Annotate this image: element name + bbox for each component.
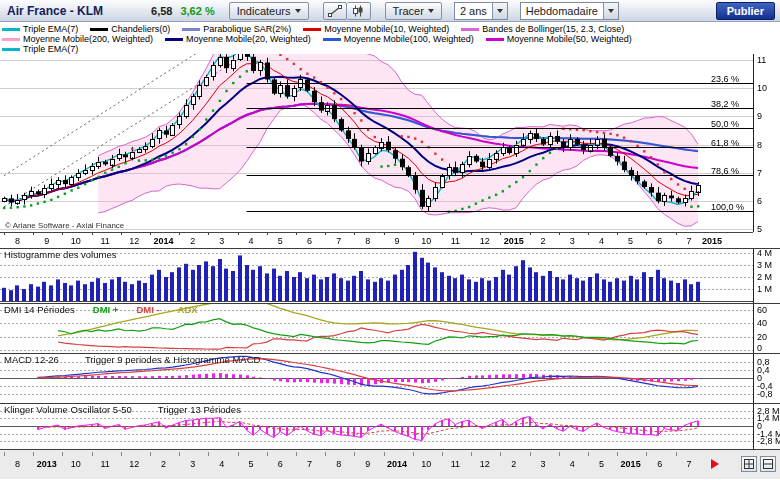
legend-item[interactable]: Moyenne Mobile(20, Weighted) bbox=[165, 34, 311, 44]
legend-color-swatch bbox=[182, 28, 200, 31]
macd-panel-title: MACD 12-26 bbox=[4, 354, 59, 366]
macd-panel-title-row: MACD 12-26 Trigger 9 periodes & Histogra… bbox=[4, 354, 260, 366]
legend-item-label: Bandes de Bollinger(15, 2.3, Close) bbox=[482, 24, 624, 34]
chart-tools-group bbox=[323, 2, 371, 20]
chevron-down-icon bbox=[497, 9, 503, 13]
chevron-down-icon bbox=[428, 9, 434, 13]
legend-item[interactable]: Bandes de Bollinger(15, 2.3, Close) bbox=[461, 24, 624, 34]
legend-color-swatch bbox=[486, 38, 504, 41]
legend-row: Moyenne Mobile(200, Weighted) Moyenne Mo… bbox=[2, 34, 780, 44]
klinger-panel-title: Klinger Volume Oscillator 5-50 bbox=[4, 404, 132, 416]
legend-item[interactable]: Moyenne Mobile(50, Weighted) bbox=[486, 34, 632, 44]
candlestick-icon bbox=[352, 5, 364, 17]
instrument-title: Air France - KLM bbox=[7, 4, 103, 18]
legend-color-swatch bbox=[2, 48, 20, 51]
layout-grid-button[interactable] bbox=[741, 456, 757, 472]
klinger-panel-title-row: Klinger Volume Oscillator 5-50 Trigger 1… bbox=[4, 404, 241, 416]
legend-color-swatch bbox=[2, 38, 20, 41]
legend-item[interactable]: Parabolique SAR(2%) bbox=[182, 24, 291, 34]
price-chart-canvas[interactable] bbox=[0, 54, 780, 248]
frequency-select-value: Hebdomadaire bbox=[521, 3, 603, 19]
legend-item-label: Moyenne Mobile(10, Weighted) bbox=[324, 24, 449, 34]
volume-panel-title: Histogramme des volumes bbox=[4, 249, 116, 261]
legend-item-label: Moyenne Mobile(50, Weighted) bbox=[507, 34, 632, 44]
legend-item-label: Triple EMA(7) bbox=[23, 44, 78, 54]
period-select[interactable]: 2 ans bbox=[454, 2, 508, 20]
time-axis-canvas[interactable] bbox=[0, 450, 780, 479]
dmi-panel-title-row: DMI 14 Périodes DMI + DMI - ADX bbox=[4, 304, 198, 316]
legend-color-swatch bbox=[165, 38, 183, 41]
legend-item-label: Chandeliers(0) bbox=[111, 24, 170, 34]
legend-item-label: Moyenne Mobile(200, Weighted) bbox=[23, 34, 153, 44]
candlestick-style-button[interactable] bbox=[347, 2, 371, 20]
legend-row: Triple EMA(7) Chandeliers(0) Parabolique… bbox=[2, 24, 780, 34]
klinger-panel-subtitle: Trigger 13 Périodes bbox=[158, 404, 241, 416]
legend-color-swatch bbox=[461, 28, 479, 31]
corner-buttons bbox=[741, 456, 776, 472]
dmi-panel: DMI 14 Périodes DMI + DMI - ADX bbox=[0, 303, 780, 353]
chevron-down-icon bbox=[608, 9, 614, 13]
legend-item[interactable]: Moyenne Mobile(10, Weighted) bbox=[303, 24, 449, 34]
legend-item[interactable]: Moyenne Mobile(100, Weighted) bbox=[323, 34, 474, 44]
klinger-panel: Klinger Volume Oscillator 5-50 Trigger 1… bbox=[0, 403, 780, 449]
last-price: 6,58 bbox=[151, 5, 172, 17]
dmi-plus-label: DMI + bbox=[93, 304, 119, 316]
period-select-value: 2 ans bbox=[455, 3, 492, 19]
legend-item[interactable]: Moyenne Mobile(200, Weighted) bbox=[2, 34, 153, 44]
volume-panel: Histogramme des volumes bbox=[0, 248, 780, 303]
legend-color-swatch bbox=[90, 28, 108, 31]
indicator-legend: Triple EMA(7) Chandeliers(0) Parabolique… bbox=[0, 22, 780, 54]
dmi-minus-label: DMI - bbox=[136, 304, 159, 316]
frequency-select-dropdown-button[interactable] bbox=[603, 3, 618, 19]
legend-item[interactable]: Triple EMA(7) bbox=[2, 44, 78, 54]
legend-color-swatch bbox=[2, 28, 20, 31]
rows-layout-icon bbox=[763, 459, 773, 469]
legend-item[interactable]: Triple EMA(7) bbox=[2, 24, 78, 34]
macd-panel: MACD 12-26 Trigger 9 periodes & Histogra… bbox=[0, 353, 780, 403]
trend-line-icon bbox=[328, 5, 342, 17]
legend-item-label: Triple EMA(7) bbox=[23, 24, 78, 34]
legend-item-label: Moyenne Mobile(20, Weighted) bbox=[186, 34, 311, 44]
indicators-button-label: Indicateurs bbox=[237, 5, 291, 17]
adx-label: ADX bbox=[178, 304, 198, 316]
legend-color-swatch bbox=[303, 28, 321, 31]
time-axis-bar bbox=[0, 449, 780, 479]
price-change-percent: 3,62 % bbox=[180, 5, 214, 17]
axial-finance-window: Air France - KLM 6,58 3,62 % Indicateurs bbox=[0, 0, 780, 480]
price-chart-panel: © Ariane Software - Axial Finance bbox=[0, 54, 780, 248]
legend-color-swatch bbox=[323, 38, 341, 41]
volume-chart-canvas[interactable] bbox=[0, 249, 780, 303]
dmi-panel-title: DMI 14 Périodes bbox=[4, 304, 75, 316]
legend-item[interactable]: Chandeliers(0) bbox=[90, 24, 170, 34]
scroll-forward-arrow-icon[interactable] bbox=[711, 459, 719, 469]
legend-item-label: Parabolique SAR(2%) bbox=[203, 24, 291, 34]
indicators-button[interactable]: Indicateurs bbox=[229, 2, 309, 20]
copyright-text: © Ariane Software - Axial Finance bbox=[5, 221, 124, 230]
legend-row: Triple EMA(7) bbox=[2, 44, 780, 54]
legend-item-label: Moyenne Mobile(100, Weighted) bbox=[344, 34, 474, 44]
tracer-button-label: Tracer bbox=[393, 5, 424, 17]
period-select-dropdown-button[interactable] bbox=[492, 3, 507, 19]
frequency-select[interactable]: Hebdomadaire bbox=[520, 2, 619, 20]
tracer-button[interactable]: Tracer bbox=[385, 2, 442, 20]
grid-layout-icon bbox=[744, 459, 754, 469]
layout-rows-button[interactable] bbox=[760, 456, 776, 472]
chevron-down-icon bbox=[295, 9, 301, 13]
toolbar: Air France - KLM 6,58 3,62 % Indicateurs bbox=[0, 0, 780, 22]
macd-panel-subtitle: Trigger 9 periodes & Histogramme MACD bbox=[85, 354, 260, 366]
publish-button[interactable]: Publier bbox=[716, 2, 775, 20]
trend-line-tool-button[interactable] bbox=[323, 2, 347, 20]
